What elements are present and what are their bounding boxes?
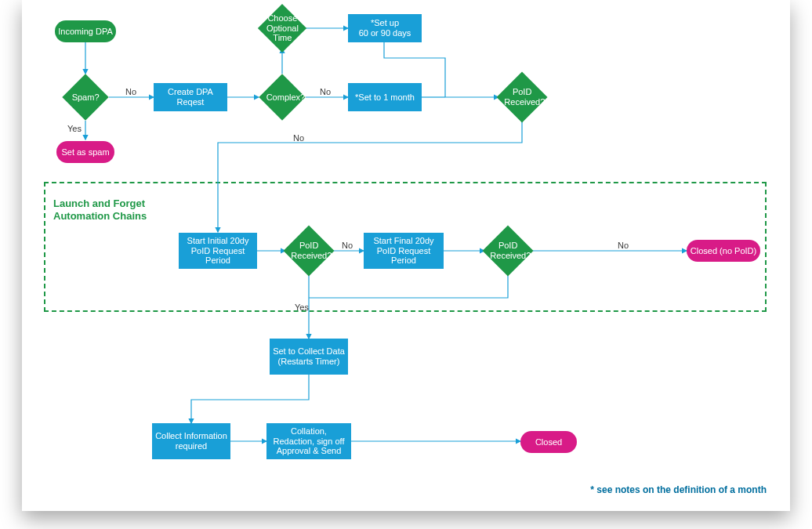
node-collation: Collation, Redaction, sign off Approval …: [266, 423, 351, 459]
node-set-up-days: *Set up 60 or 90 days: [348, 14, 422, 42]
edge-label-poid3-no: No: [618, 241, 629, 250]
flowchart-stage: Launch and Forget Automation Chains * se…: [0, 0, 812, 529]
node-label: PoID Received?: [291, 241, 327, 260]
edge-label-spam-yes: Yes: [67, 124, 82, 133]
node-closed: Closed: [520, 431, 577, 453]
node-label: Collation, Redaction, sign off Approval …: [270, 426, 348, 456]
automation-section-title: Launch and Forget Automation Chains: [53, 197, 147, 222]
edge-label-poid2-yes: Yes: [295, 303, 309, 312]
footnote: * see notes on the definition of a month: [590, 484, 767, 495]
node-choose-optional-time: Choose Optional Time: [258, 4, 306, 53]
node-collect-info: Collect Information required: [152, 423, 230, 459]
edge-label-spam-no: No: [125, 87, 136, 96]
node-complex-question: Complex?: [259, 74, 305, 120]
node-spam-question: Spam?: [62, 74, 108, 120]
node-closed-no-poid: Closed (no PoID): [687, 240, 760, 262]
node-label: *Set to 1 month: [355, 92, 415, 103]
node-set-to-collect: Set to Collect Data (Restarts Timer): [270, 339, 348, 375]
node-label: Complex?: [266, 92, 299, 103]
node-label: Choose Optional Time: [266, 13, 299, 43]
node-set-to-1-month: *Set to 1 month: [348, 83, 422, 111]
edge-label-poid1-no: No: [293, 133, 304, 143]
node-create-dpa: Create DPA Reqest: [154, 83, 227, 111]
edge-label-poid2-no: No: [342, 241, 353, 250]
node-label: Spam?: [72, 92, 100, 103]
edge-label-complex-no: No: [320, 87, 331, 96]
node-label: PoID Received?: [490, 241, 526, 260]
node-label: Start Final 20dy PoID Request Period: [367, 236, 440, 266]
node-label: PoID Received?: [504, 87, 540, 107]
node-start-final: Start Final 20dy PoID Request Period: [364, 233, 444, 269]
flowchart-sheet: Launch and Forget Automation Chains * se…: [22, 0, 790, 511]
node-start-initial: Start Initial 20dy PoID Request Period: [179, 233, 257, 269]
node-incoming-dpa: Incoming DPA: [55, 20, 116, 42]
node-label: Start Initial 20dy PoID Request Period: [182, 236, 254, 266]
node-label: Collect Information required: [155, 431, 227, 451]
node-poid-received-1: PoID Received?: [496, 71, 547, 122]
node-label: Set to Collect Data (Restarts Timer): [273, 346, 345, 366]
node-label: Create DPA Reqest: [157, 87, 224, 107]
node-label: *Set up 60 or 90 days: [359, 18, 411, 38]
node-set-as-spam: Set as spam: [56, 141, 114, 163]
node-label: Closed: [535, 437, 562, 447]
node-label: Closed (no PoID): [691, 246, 756, 256]
node-label: Incoming DPA: [58, 27, 113, 37]
node-label: Set as spam: [61, 147, 109, 158]
